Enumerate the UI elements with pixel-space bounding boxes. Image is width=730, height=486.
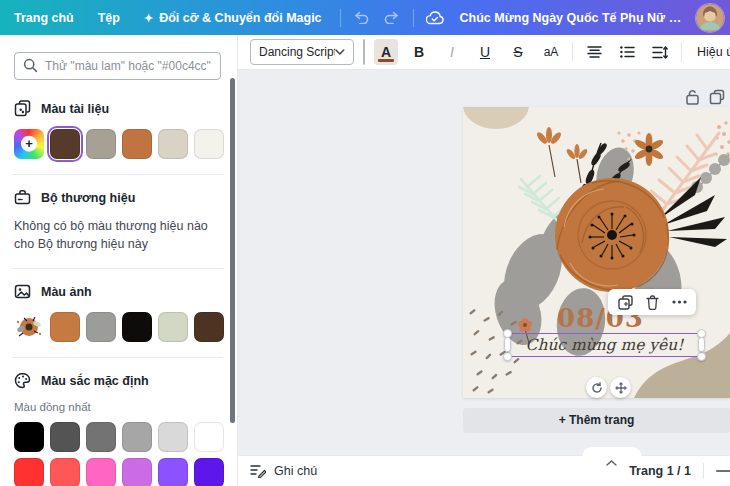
color-swatch[interactable]: [158, 458, 188, 486]
palette-icon: [14, 372, 31, 389]
resize-handle-w[interactable]: [504, 337, 511, 352]
document-colors-row: [14, 129, 221, 159]
page-indicator[interactable]: Trang 1 / 1: [629, 464, 691, 478]
default-colors-grid: [14, 422, 221, 486]
avatar[interactable]: [696, 4, 724, 32]
photo-colors-header: Màu ảnh: [14, 283, 221, 300]
underline-button[interactable]: U: [473, 39, 497, 65]
divider: [12, 268, 223, 269]
color-swatch[interactable]: [158, 129, 188, 159]
chevron-down-icon: [335, 49, 345, 55]
default-colors-header: Màu sắc mặc định: [14, 372, 221, 389]
design-page[interactable]: 08/03 Chúc mừng mẹ yêu!: [463, 107, 730, 398]
divider: [12, 174, 223, 175]
brand-kit-header: Bộ thương hiệu: [14, 189, 221, 206]
color-swatch[interactable]: [122, 129, 152, 159]
bottom-bar: Ghi chú Trang 1 / 1: [238, 455, 730, 486]
divider: [12, 357, 223, 358]
divider: [340, 9, 341, 27]
color-swatch[interactable]: [194, 129, 224, 159]
duplicate-icon[interactable]: [618, 295, 633, 310]
bold-button[interactable]: B: [407, 39, 431, 65]
font-size-decrease-button[interactable]: −: [364, 40, 365, 64]
home-button[interactable]: Trang chủ: [14, 11, 86, 25]
add-page-button[interactable]: + Thêm trang: [463, 408, 730, 433]
color-swatch[interactable]: [86, 129, 116, 159]
rotate-handle[interactable]: [586, 377, 607, 398]
resize-handle-sw[interactable]: [503, 352, 512, 361]
sparkle-icon: ✦: [144, 12, 153, 24]
color-swatch[interactable]: [50, 129, 80, 159]
text-toolbar: Dancing Script − 56 + A B I U S aA Hiệu …: [238, 35, 730, 70]
text-align-button[interactable]: [582, 39, 606, 65]
design-title[interactable]: Chúc Mừng Ngày Quốc Tế Phụ Nữ 8/3, Minh …: [450, 11, 696, 25]
color-swatch[interactable]: [158, 422, 188, 452]
bullet-list-button[interactable]: [615, 39, 639, 65]
text-case-button[interactable]: aA: [539, 39, 563, 65]
color-swatch[interactable]: [122, 422, 152, 452]
workspace: 08/03 Chúc mừng mẹ yêu!: [238, 70, 730, 455]
delete-icon[interactable]: [646, 295, 659, 310]
color-panel: Màu tài liệu Bộ thương hiệu Không có bộ …: [0, 35, 238, 486]
lock-button[interactable]: [685, 89, 701, 105]
zoom-slider[interactable]: [716, 470, 730, 472]
divider: [413, 9, 414, 27]
color-swatch-row: [14, 422, 221, 452]
photo-colors-row: [14, 312, 221, 342]
canva-editor: Trang chủ Tệp ✦Đổi cỡ & Chuyển đổi Magic…: [0, 0, 730, 486]
text-color-indicator: [378, 59, 394, 63]
search-input[interactable]: [14, 52, 221, 80]
color-swatch[interactable]: [14, 422, 44, 452]
effects-button[interactable]: Hiệu ứng: [691, 45, 730, 59]
undo-button[interactable]: [347, 6, 377, 30]
color-swatch[interactable]: [14, 458, 44, 486]
divider: [572, 42, 573, 62]
file-menu-button[interactable]: Tệp: [86, 11, 132, 25]
add-color-button[interactable]: [14, 129, 44, 159]
divider: [681, 42, 682, 62]
greeting-text[interactable]: Chúc mừng mẹ yêu!: [526, 336, 684, 354]
color-swatch[interactable]: [86, 312, 116, 342]
duplicate-page-button[interactable]: [709, 89, 725, 105]
divider: [703, 463, 704, 479]
color-swatch[interactable]: [158, 312, 188, 342]
text-color-button[interactable]: A: [374, 39, 398, 65]
panel-expand-tab[interactable]: [582, 447, 642, 457]
photo-thumbnail[interactable]: [14, 312, 44, 342]
resize-handle-se[interactable]: [697, 352, 706, 361]
brand-empty-text: Không có bộ màu thương hiệu nào cho Bộ t…: [14, 217, 221, 253]
more-icon[interactable]: [672, 300, 687, 304]
solid-colors-label: Màu đồng nhất: [14, 401, 221, 413]
move-handle[interactable]: [610, 377, 631, 398]
top-bar: Trang chủ Tệp ✦Đổi cỡ & Chuyển đổi Magic…: [0, 0, 730, 35]
notes-button[interactable]: Ghi chú: [250, 464, 317, 478]
color-swatch[interactable]: [194, 422, 224, 452]
notes-icon: [250, 464, 266, 478]
redo-button[interactable]: [377, 6, 407, 30]
line-spacing-button[interactable]: [648, 39, 672, 65]
color-swatch[interactable]: [122, 458, 152, 486]
font-size-stepper: − 56 +: [363, 39, 365, 65]
chevron-up-icon[interactable]: [606, 460, 617, 466]
color-swatch[interactable]: [194, 312, 224, 342]
strikethrough-button[interactable]: S: [506, 39, 530, 65]
document-colors-icon: [14, 100, 31, 117]
cloud-save-status-icon[interactable]: [420, 6, 450, 30]
document-colors-header: Màu tài liệu: [14, 100, 221, 117]
sidebar-scrollbar[interactable]: [230, 78, 235, 423]
color-swatch[interactable]: [50, 312, 80, 342]
color-swatch[interactable]: [194, 458, 224, 486]
magic-resize-button[interactable]: ✦Đổi cỡ & Chuyển đổi Magic: [132, 11, 334, 25]
color-swatch[interactable]: [86, 422, 116, 452]
selected-text-box[interactable]: Chúc mừng mẹ yêu!: [507, 333, 702, 357]
color-swatch[interactable]: [86, 458, 116, 486]
font-family-select[interactable]: Dancing Script: [250, 39, 354, 65]
color-swatch-row: [14, 458, 221, 486]
color-swatch[interactable]: [50, 458, 80, 486]
resize-handle-e[interactable]: [698, 337, 705, 352]
photo-colors-icon: [14, 283, 31, 300]
color-swatch[interactable]: [122, 312, 152, 342]
italic-button[interactable]: I: [440, 39, 464, 65]
color-swatch[interactable]: [50, 422, 80, 452]
brand-kit-icon: [14, 189, 31, 206]
